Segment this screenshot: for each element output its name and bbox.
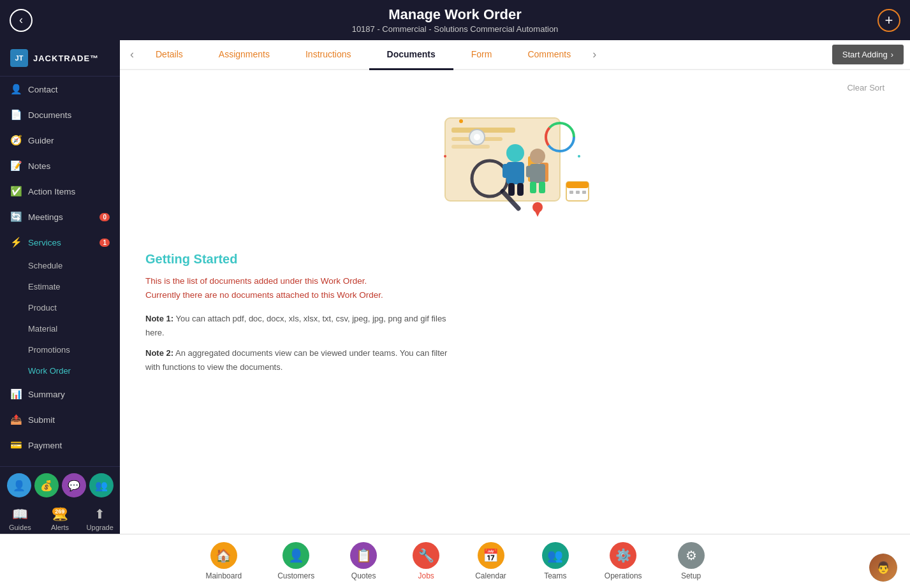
teams-label: Teams [544, 571, 566, 580]
nav-setup[interactable]: ⚙ Setup [660, 540, 723, 583]
sidebar-sub-product[interactable]: Product [0, 297, 120, 318]
tabs-prev-button[interactable]: ‹ [126, 43, 138, 66]
sidebar-item-documents[interactable]: 📄 Documents [0, 102, 120, 128]
svg-point-31 [474, 134, 480, 140]
nav-customers[interactable]: 👤 Customers [260, 540, 332, 583]
back-button[interactable]: ‹ [10, 9, 33, 32]
sidebar-label-submit: Submit [28, 415, 55, 425]
svg-point-11 [506, 144, 524, 162]
nav-quotes[interactable]: 📋 Quotes [332, 540, 395, 583]
tabs-next-button[interactable]: › [589, 43, 600, 66]
getting-started-section: Getting Started This is the list of docu… [145, 252, 464, 381]
jobs-label: Jobs [418, 571, 434, 580]
workorder-label: Work Order [28, 366, 71, 376]
tab-comments[interactable]: Comments [510, 40, 589, 70]
tab-instructions[interactable]: Instructions [288, 40, 369, 70]
getting-started-title: Getting Started [145, 252, 464, 267]
nav-operations[interactable]: ⚙️ Operations [587, 540, 660, 583]
upgrade-icon: ⬆ [94, 506, 105, 522]
sidebar-item-submit[interactable]: 📤 Submit [0, 407, 120, 432]
sidebar: JT JACKTRADE™ 👤 Contact 📄 Documents 🧭 Gu… [0, 40, 120, 534]
sidebar-label-meetings: Meetings [28, 212, 63, 222]
sidebar-sub-material[interactable]: Material [0, 318, 120, 339]
contact-icon: 👤 [10, 84, 22, 95]
tab-assignments[interactable]: Assignments [201, 40, 288, 70]
sidebar-icon-person[interactable]: 👤 [7, 473, 31, 497]
sidebar-item-guider[interactable]: 🧭 Guider [0, 128, 120, 153]
sidebar-icon-money[interactable]: 💰 [34, 473, 59, 497]
summary-icon: 📊 [10, 388, 22, 400]
user-avatar[interactable]: 👨 [869, 554, 897, 582]
documents-icon: 📄 [10, 109, 22, 121]
svg-rect-25 [569, 191, 573, 194]
documents-illustration [426, 105, 605, 233]
sidebar-item-notes[interactable]: 📝 Notes [0, 153, 120, 179]
svg-rect-22 [539, 182, 545, 193]
meetings-badge: 0 [99, 213, 110, 221]
sidebar-item-contact[interactable]: 👤 Contact [0, 77, 120, 102]
bottom-nav: 🏠 Mainboard 👤 Customers 📋 Quotes 🔧 Jobs … [0, 534, 910, 588]
sidebar-sub-estimate[interactable]: Estimate [0, 276, 120, 297]
sidebar-item-payment[interactable]: 💳 Payment [0, 432, 120, 458]
sidebar-sub-workorder[interactable]: Work Order [0, 360, 120, 381]
sidebar-item-summary[interactable]: 📊 Summary [0, 381, 120, 407]
tab-form[interactable]: Form [453, 40, 510, 70]
nav-mainboard[interactable]: 🏠 Mainboard [187, 540, 260, 583]
teams-icon: 👥 [542, 542, 569, 569]
start-adding-button[interactable]: Start Adding › [832, 45, 904, 64]
sidebar-item-meetings[interactable]: 🔄 Meetings 0 [0, 204, 120, 230]
notes-icon: 📝 [10, 160, 22, 172]
sidebar-icon-chat[interactable]: 💬 [62, 473, 86, 497]
sidebar-label-summary: Summary [28, 390, 65, 399]
jobs-icon: 🔧 [413, 542, 439, 569]
page-title: Manage Work Order [38, 6, 872, 23]
svg-point-33 [578, 155, 580, 158]
customers-label: Customers [277, 571, 314, 580]
submit-icon: 📤 [10, 414, 22, 425]
svg-point-32 [459, 119, 463, 123]
sidebar-icon-group[interactable]: 👥 [89, 473, 114, 497]
svg-rect-13 [503, 164, 509, 178]
material-label: Material [28, 324, 57, 334]
sidebar-item-action-items[interactable]: ✅ Action Items [0, 179, 120, 204]
calendar-label: Calendar [475, 571, 506, 580]
main-body: JT JACKTRADE™ 👤 Contact 📄 Documents 🧭 Gu… [0, 40, 910, 534]
payment-icon: 💳 [10, 439, 22, 451]
guider-icon: 🧭 [10, 135, 22, 146]
upgrade-label: Upgrade [87, 524, 114, 531]
svg-marker-29 [533, 207, 542, 217]
svg-rect-19 [526, 166, 531, 177]
sidebar-item-services[interactable]: ⚡ Services 1 [0, 230, 120, 255]
setup-icon: ⚙ [678, 542, 705, 569]
sidebar-sub-promotions[interactable]: Promotions [0, 339, 120, 360]
top-header: ‹ Manage Work Order 10187 - Commercial -… [0, 0, 910, 40]
operations-label: Operations [605, 571, 642, 580]
alerts-badge: 269 [52, 508, 67, 515]
page-subtitle: 10187 - Commercial - Solutions Commercia… [38, 24, 872, 34]
note1-text: Note 1: You can attach pdf, doc, docx, x… [145, 312, 464, 340]
customers-icon: 👤 [283, 542, 309, 569]
svg-point-17 [530, 149, 545, 164]
avatar-placeholder: 👨 [869, 554, 897, 582]
nav-teams[interactable]: 👥 Teams [524, 540, 587, 583]
tab-documents[interactable]: Documents [369, 40, 453, 70]
add-button[interactable]: + [877, 9, 900, 32]
quotes-icon: 📋 [350, 542, 377, 569]
chevron-right-icon: › [891, 50, 893, 59]
sidebar-guides[interactable]: 📖 Guides [0, 506, 40, 531]
schedule-label: Schedule [28, 261, 62, 270]
svg-rect-14 [517, 164, 523, 178]
sidebar-upgrade[interactable]: ⬆ Upgrade [80, 506, 120, 531]
tab-details[interactable]: Details [138, 40, 201, 70]
nav-jobs[interactable]: 🔧 Jobs [395, 540, 457, 583]
sidebar-label-payment: Payment [28, 441, 62, 450]
sidebar-alerts[interactable]: 🔔 269 Alerts [40, 506, 80, 531]
services-badge: 1 [99, 239, 110, 247]
sidebar-sub-schedule[interactable]: Schedule [0, 255, 120, 276]
guides-label: Guides [9, 524, 31, 531]
nav-calendar[interactable]: 📅 Calendar [457, 540, 524, 583]
clear-sort-button[interactable]: Clear Sort [145, 83, 884, 92]
calendar-icon: 📅 [478, 542, 504, 569]
illustration-area [145, 105, 884, 233]
sidebar-label-action-items: Action Items [28, 187, 75, 196]
